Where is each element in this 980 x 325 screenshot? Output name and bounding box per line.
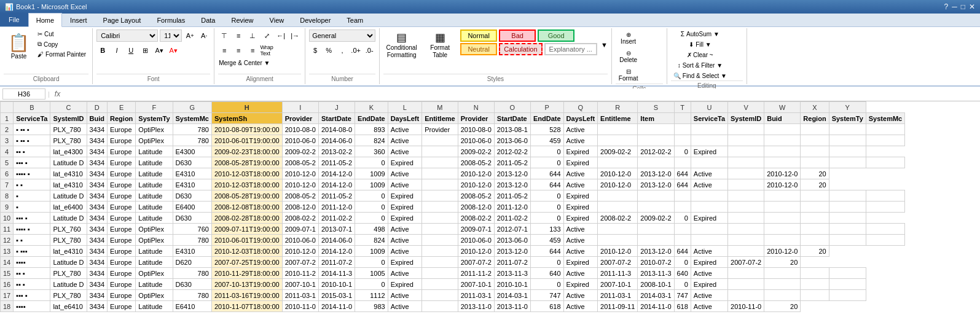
cell[interactable]: 2009-07-1 — [282, 224, 318, 235]
col-header-M[interactable]: M — [422, 102, 458, 113]
cell[interactable]: 983 — [355, 301, 388, 312]
cell[interactable]: 2007-10-1 — [598, 279, 638, 290]
cell[interactable]: 2011-03-1 — [458, 290, 494, 301]
cell[interactable]: 2008-02-2 — [282, 213, 318, 224]
cell[interactable]: Europe — [108, 224, 136, 235]
cell[interactable]: Buid — [87, 113, 107, 124]
cell[interactable] — [422, 290, 458, 301]
cell[interactable]: 1009 — [355, 179, 388, 190]
cell[interactable]: Expired — [563, 213, 597, 224]
cell[interactable]: Active — [388, 179, 421, 190]
cell[interactable]: PLX_780 — [50, 235, 87, 246]
col-header-B[interactable]: B — [14, 102, 50, 113]
cell[interactable]: Item — [638, 113, 674, 124]
cell[interactable] — [866, 202, 904, 213]
cell[interactable]: Region — [801, 113, 829, 124]
align-middle-btn[interactable]: ≡ — [232, 29, 245, 42]
cell[interactable]: Expired — [388, 279, 421, 290]
cell[interactable]: 3434 — [87, 157, 107, 168]
cell[interactable] — [764, 213, 801, 224]
cell[interactable]: Latitude — [136, 213, 173, 224]
cell[interactable]: 2007-07-2 — [458, 257, 494, 268]
cell[interactable]: Expired — [691, 279, 727, 290]
cell[interactable]: OptiPlex — [136, 224, 173, 235]
tab-team[interactable]: Team — [339, 13, 371, 26]
cell[interactable]: OptiPlex — [136, 268, 173, 279]
cell[interactable]: EndDate — [530, 113, 563, 124]
tab-page-layout[interactable]: Page Layout — [95, 13, 149, 26]
cell[interactable]: SystemTy — [829, 113, 866, 124]
fill-color-btn[interactable]: A▾ — [153, 44, 165, 57]
col-header-W[interactable]: W — [764, 102, 801, 113]
cell[interactable]: 2011-11-3 — [598, 268, 638, 279]
cell[interactable]: lat_e4310 — [50, 246, 87, 257]
col-header-R[interactable]: R — [598, 102, 638, 113]
cell[interactable]: 2015-03-1 — [318, 290, 355, 301]
cell[interactable]: Latitude D — [50, 157, 87, 168]
cell[interactable]: 760 — [173, 224, 211, 235]
cell[interactable] — [728, 290, 764, 301]
cell[interactable]: 2011-03-1 — [282, 290, 318, 301]
cell[interactable] — [829, 157, 866, 168]
cell[interactable] — [674, 124, 691, 135]
cell[interactable]: 644 — [530, 179, 563, 190]
cell[interactable]: 2007-07-2 — [282, 257, 318, 268]
cell[interactable]: 2009-07-11T19:00:00 — [211, 224, 282, 235]
text-direction-btn[interactable]: ⤢ — [261, 29, 273, 42]
cell[interactable]: Active — [563, 290, 597, 301]
cell[interactable]: ▪▪▪ ▪ — [14, 213, 50, 224]
cell[interactable]: Active — [563, 268, 597, 279]
cell[interactable]: Expired — [563, 257, 597, 268]
col-header-H[interactable]: H — [211, 102, 282, 113]
cell[interactable]: 644 — [674, 246, 691, 257]
cell[interactable] — [764, 224, 801, 235]
cell[interactable]: SystemMc — [866, 113, 904, 124]
cell[interactable]: 3434 — [87, 224, 107, 235]
cell[interactable]: Europe — [108, 135, 136, 146]
indent-increase-btn[interactable]: |→ — [289, 29, 301, 42]
col-header-Y[interactable]: Y — [829, 102, 866, 113]
cell[interactable] — [598, 235, 638, 246]
format-btn[interactable]: ⊟ Format — [616, 66, 641, 84]
cell[interactable]: 2011-07-2 — [494, 257, 530, 268]
cell[interactable]: 20 — [801, 168, 829, 179]
cell[interactable]: 2010-12-0 — [282, 179, 318, 190]
cell[interactable]: 1009 — [355, 168, 388, 179]
cell[interactable]: 0 — [530, 202, 563, 213]
cell[interactable] — [801, 124, 829, 135]
cell[interactable]: 3434 — [87, 190, 107, 202]
col-header-S[interactable]: S — [638, 102, 674, 113]
col-header-K[interactable]: K — [355, 102, 388, 113]
cell[interactable]: ▪ ▪ — [14, 235, 50, 246]
cell[interactable]: 2014-06-0 — [318, 235, 355, 246]
cell[interactable]: 2010-11-0 — [282, 301, 318, 312]
cell[interactable]: E4310 — [173, 246, 211, 257]
cell[interactable]: Active — [563, 168, 597, 179]
cell[interactable] — [801, 202, 829, 213]
cell[interactable]: 2010-07-2 — [638, 257, 674, 268]
cell[interactable]: Entitleme — [422, 113, 458, 124]
formula-input[interactable] — [65, 88, 978, 100]
cell[interactable]: Europe — [108, 268, 136, 279]
cell[interactable] — [801, 235, 829, 246]
cell[interactable]: Expired — [563, 279, 597, 290]
cell[interactable] — [764, 124, 801, 135]
cell[interactable]: 2013-02-2 — [318, 146, 355, 157]
cell[interactable]: Expired — [388, 190, 421, 202]
col-header-F[interactable]: F — [136, 102, 173, 113]
cell[interactable]: Active — [388, 290, 421, 301]
cell[interactable]: Active — [388, 146, 421, 157]
cell[interactable] — [422, 146, 458, 157]
cell[interactable]: ▪▪▪▪ — [14, 257, 50, 268]
cell[interactable]: ▪▪▪▪ — [14, 301, 50, 312]
cell[interactable] — [801, 268, 829, 279]
cell[interactable] — [829, 146, 866, 157]
cell[interactable]: Provider — [282, 113, 318, 124]
cell[interactable]: 2010-08-09T19:00:00 — [211, 124, 282, 135]
cell[interactable]: 3434 — [87, 146, 107, 157]
cell[interactable]: Latitude D — [50, 213, 87, 224]
cell[interactable]: ▪ — [14, 202, 50, 213]
cell[interactable] — [829, 135, 866, 146]
cell[interactable]: 2011-05-2 — [318, 190, 355, 202]
cell[interactable] — [638, 235, 674, 246]
